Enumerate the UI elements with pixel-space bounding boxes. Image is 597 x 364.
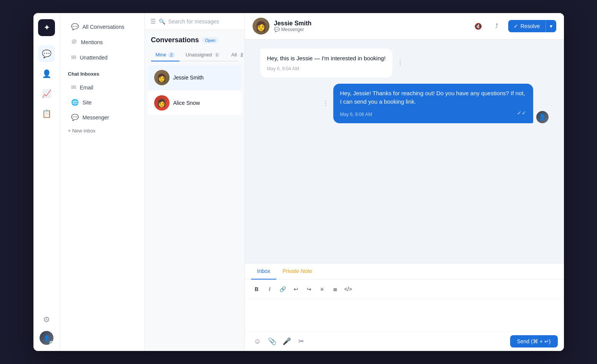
- message-more-icon-2[interactable]: ⋮: [323, 100, 329, 107]
- outgoing-time-1: May 6, 9:06 AM: [340, 111, 372, 118]
- toolbar-redo-button[interactable]: ↪: [303, 283, 315, 295]
- nav-reports[interactable]: 📈: [38, 85, 55, 102]
- compose-input[interactable]: [245, 299, 564, 330]
- mute-button[interactable]: 🔇: [471, 19, 485, 33]
- send-label: Send (⌘ + ↵): [517, 338, 551, 344]
- mute-icon: 🔇: [474, 23, 482, 30]
- conversation-item-alice[interactable]: 👩 Alice Snow: [148, 91, 241, 115]
- conversations-status-badge: Open: [202, 37, 219, 43]
- toolbar-code-button[interactable]: </>: [343, 283, 354, 295]
- conversations-panel: ☰ 🔍 Conversations Open Mine 2 Unassigned…: [145, 13, 245, 351]
- redo-icon: ↪: [307, 286, 311, 292]
- search-icon: 🔍: [159, 18, 165, 25]
- footer-icons: ☺ 📎 🎤 ✂: [251, 335, 510, 348]
- sidebar-label-email: Email: [80, 84, 93, 91]
- tab-unassigned-count: 0: [213, 52, 220, 58]
- code-icon: </>: [344, 286, 352, 292]
- chat-area: 👩 Jessie Smith 💬 Messenger 🔇 ⤴ ✓: [245, 13, 564, 351]
- unattended-icon: ✉: [71, 54, 76, 61]
- sidebar-item-messenger[interactable]: 💬 Messenger: [63, 110, 141, 125]
- send-button[interactable]: Send (⌘ + ↵): [510, 335, 558, 347]
- attach-button[interactable]: 📎: [266, 335, 279, 348]
- message-row-1: Hey, this is Jessie — I'm interested in …: [260, 49, 549, 78]
- contacts-nav-icon: 👤: [42, 69, 52, 78]
- conversation-item-jessie[interactable]: 👩 Jessie Smith: [148, 65, 241, 90]
- toolbar-bullet-list-button[interactable]: ≡: [316, 283, 328, 295]
- compose-tab-private-note[interactable]: Private Note: [276, 263, 318, 280]
- conversations-nav-icon: 💬: [42, 49, 52, 58]
- bold-icon: B: [254, 286, 258, 292]
- sidebar-label-mentions: Mentions: [81, 39, 103, 45]
- chat-header: 👩 Jessie Smith 💬 Messenger 🔇 ⤴ ✓: [245, 13, 564, 40]
- toolbar-ordered-list-button[interactable]: ≣: [329, 283, 341, 295]
- audio-button[interactable]: 🎤: [280, 335, 293, 348]
- dropdown-chevron-icon: ▾: [550, 23, 552, 29]
- nav-campaigns[interactable]: 📋: [38, 105, 55, 122]
- settings-nav-icon: ⚙: [43, 315, 50, 324]
- resolve-label: Resolve: [521, 23, 540, 29]
- toolbar-bold-button[interactable]: B: [251, 283, 263, 295]
- app-logo: ✦: [38, 19, 55, 36]
- alice-name: Alice Snow: [173, 100, 235, 106]
- tab-unassigned[interactable]: Unassigned 0: [181, 49, 225, 61]
- message-more-icon-1[interactable]: ⋮: [397, 58, 403, 68]
- sidebar-item-mentions[interactable]: ＠ Mentions: [63, 34, 141, 50]
- outgoing-meta: May 6, 9:06 AM ✓✓: [340, 109, 526, 118]
- add-inbox-label: + New inbox: [68, 128, 96, 134]
- resolve-main: ✓ Resolve: [508, 20, 545, 32]
- compose-tab-inbox[interactable]: Inbox: [251, 263, 276, 280]
- search-input[interactable]: [168, 18, 239, 25]
- share-icon: ⤴: [495, 23, 498, 30]
- tab-all-count: 2: [238, 52, 245, 58]
- resolve-dropdown-arrow[interactable]: ▾: [545, 20, 556, 32]
- resolve-button[interactable]: ✓ Resolve ▾: [508, 20, 556, 32]
- nav-settings[interactable]: ⚙: [38, 311, 55, 328]
- tab-mine-count: 2: [168, 52, 175, 58]
- chat-contact-name: Jessie Smith: [274, 20, 467, 27]
- incoming-bubble-wrapper: Hey, this is Jessie — I'm interested in …: [260, 49, 393, 78]
- share-button[interactable]: ⤴: [490, 19, 504, 33]
- conversations-tabs: Mine 2 Unassigned 0 All 2: [151, 49, 238, 61]
- logo-text: ✦: [44, 23, 50, 32]
- menu-dots-icon[interactable]: ☰: [150, 18, 156, 25]
- new-inbox-button[interactable]: + New inbox: [60, 125, 145, 137]
- conversations-title: Conversations: [151, 36, 199, 44]
- resolve-checkmark: ✓: [514, 23, 518, 29]
- signature-icon: ✂: [298, 337, 304, 346]
- link-icon: 🔗: [279, 286, 286, 292]
- tab-mine-label: Mine: [156, 52, 166, 58]
- conversations-header: Conversations Open Mine 2 Unassigned 0 A…: [145, 30, 244, 61]
- sidebar-label-all-conversations: All Conversations: [83, 24, 125, 30]
- tab-mine[interactable]: Mine 2: [151, 49, 180, 61]
- user-avatar[interactable]: 👤: [40, 331, 53, 345]
- private-note-tab-label: Private Note: [283, 268, 312, 274]
- nav-contacts[interactable]: 👤: [38, 65, 55, 82]
- icon-bar: ✦ 💬 👤 📈 📋 ⚙ 👤: [33, 13, 60, 351]
- mentions-icon: ＠: [71, 38, 77, 46]
- incoming-bubble-1: Hey, this is Jessie — I'm interested in …: [260, 49, 393, 78]
- nav-conversations[interactable]: 💬: [38, 45, 55, 62]
- sidebar-label-site: Site: [83, 99, 92, 106]
- email-icon: ✉: [71, 84, 76, 91]
- outgoing-bubble-1: Hey, Jessie! Thanks for reaching out! Do…: [333, 84, 533, 123]
- all-conversations-icon: 💬: [71, 23, 79, 30]
- toolbar-link-button[interactable]: 🔗: [277, 283, 289, 295]
- messages-area: Hey, this is Jessie — I'm interested in …: [245, 40, 564, 263]
- sidebar-item-email[interactable]: ✉ Email: [63, 80, 141, 95]
- sidebar-item-all-conversations[interactable]: 💬 All Conversations: [63, 19, 141, 34]
- signature-button[interactable]: ✂: [295, 335, 308, 348]
- chat-inboxes-title: Chat Inboxes: [60, 65, 145, 80]
- messenger-icon: 💬: [71, 114, 79, 121]
- emoji-button[interactable]: ☺: [251, 335, 264, 348]
- outgoing-text-1: Hey, Jessie! Thanks for reaching out! Do…: [340, 90, 525, 105]
- jessie-info: Jessie Smith: [173, 74, 235, 81]
- chat-contact-info: Jessie Smith 💬 Messenger: [274, 20, 467, 32]
- sidebar-item-site[interactable]: 🌐 Site: [63, 95, 141, 110]
- attach-icon: 📎: [268, 337, 276, 346]
- toolbar-undo-button[interactable]: ↩: [290, 283, 302, 295]
- microphone-icon: 🎤: [283, 337, 291, 346]
- sidebar-item-unattended[interactable]: ✉ Unattended: [63, 50, 141, 65]
- site-icon: 🌐: [71, 99, 79, 106]
- toolbar-italic-button[interactable]: I: [264, 283, 276, 295]
- jessie-avatar: 👩: [154, 70, 170, 85]
